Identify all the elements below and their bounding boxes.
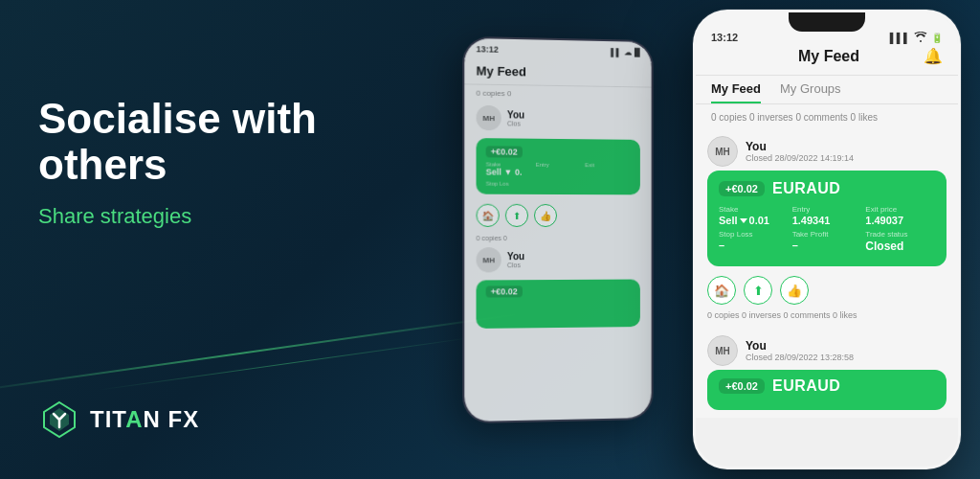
back-action-copy[interactable]: 🏠 (477, 204, 500, 227)
exit-col: Exit price 1.49037 (865, 205, 935, 226)
back-exit-label: Exit (585, 162, 631, 168)
sl-value: – (719, 240, 789, 251)
avatar-1: MH (707, 136, 738, 167)
trade-card-header-1: +€0.02 EURAUD (719, 180, 935, 197)
time: 13:12 (711, 32, 738, 43)
pair-name-1: EURAUD (772, 180, 840, 197)
titan-fx-logo-icon (38, 399, 80, 441)
user-info-1: You Closed 28/09/2022 14:19:14 (746, 140, 854, 163)
back-date: Clos (507, 120, 524, 126)
stake-col: Stake Sell 0.01 (719, 205, 789, 226)
back-sl-label: Stop Los (486, 181, 533, 187)
back-exit-col: Exit (585, 162, 631, 177)
back-action-like[interactable]: 👍 (534, 204, 557, 227)
back-username: You (507, 109, 524, 120)
trade-status-col: Trade status Closed (865, 230, 935, 253)
stake-label: Stake (719, 205, 789, 214)
back-stake-col: Stake Sell ▼ 0. (486, 161, 533, 176)
take-profit-col: Take Profit – (792, 230, 862, 253)
user-date-2: Closed 28/09/2022 13:28:58 (746, 353, 854, 362)
back-avatar2: MH (477, 247, 501, 272)
status-label: Trade status (865, 230, 935, 239)
app-tabs: My Feed My Groups (696, 76, 958, 104)
back-sl-col: Stop Los (486, 181, 533, 187)
back-entry-col: Entry (536, 162, 582, 177)
back-trade-row2: Stop Los (486, 181, 631, 188)
entry-label: Entry (792, 205, 862, 214)
profit-badge-1: +€0.02 (719, 181, 765, 196)
back-action-share[interactable]: ⬆ (505, 204, 528, 227)
app-title: My Feed (734, 48, 924, 65)
back-entry-label: Entry (536, 162, 582, 168)
back-profit-badge2: +€0.02 (486, 285, 523, 297)
phones-container: 13:12 ▌▌☁▉ My Feed 0 copies 0 MH You Clo… (444, 0, 980, 479)
back-user-row2: MH You Clos (464, 243, 651, 277)
direction-value: Sell 0.01 (719, 215, 789, 226)
trade-user-row-2: MH You Closed 28/09/2022 13:28:58 (707, 330, 947, 370)
user-info-2: You Closed 28/09/2022 13:28:58 (746, 339, 854, 362)
logo-container: TITAN FX (38, 399, 199, 441)
tab-my-feed[interactable]: My Feed (711, 81, 761, 103)
signal-icon: ▌▌▌ (890, 33, 910, 43)
trade-card-wrapper-2: MH You Closed 28/09/2022 13:28:58 +€0.02… (696, 330, 958, 418)
battery-icon: 🔋 (931, 33, 943, 43)
action-share-btn[interactable]: ⬆ (744, 276, 772, 305)
phone-front: 13:12 ▌▌▌ 🔋 My Feed 🔔 My Feed My Groups … (693, 10, 961, 469)
phone-notch (789, 12, 865, 32)
back-direction: Sell ▼ 0. (486, 167, 533, 176)
entry-col: Entry 1.49341 (792, 205, 862, 226)
status-icons: ▌▌▌ 🔋 (890, 32, 943, 44)
exit-label: Exit price (865, 205, 935, 214)
back-date2: Clos (507, 262, 524, 268)
subheadline: Share strategies (38, 204, 373, 229)
stop-loss-col: Stop Loss – (719, 230, 789, 253)
action-like-btn[interactable]: 👍 (780, 276, 809, 305)
back-user-row: MH You Clos (464, 102, 651, 136)
trade-details-1: Stake Sell 0.01 Entry 1.49341 (719, 205, 935, 226)
trade-card-2: +€0.02 EURAUD (707, 370, 947, 410)
action-row-1: 🏠 ⬆ 👍 (707, 272, 947, 308)
action-copy-btn[interactable]: 🏠 (707, 276, 736, 305)
back-stats2: 0 copies 0 (464, 233, 651, 243)
exit-value: 1.49037 (865, 215, 935, 226)
back-trade-card2: +€0.02 (477, 280, 640, 329)
sl-label: Stop Loss (719, 230, 789, 239)
bell-icon[interactable]: 🔔 (924, 47, 943, 65)
feed-stats-2: 0 copies 0 inverses 0 comments 0 likes (707, 308, 947, 322)
back-trade-header: +€0.02 (486, 146, 631, 158)
back-username2: You (507, 251, 524, 262)
app-header: My Feed 🔔 (696, 41, 958, 76)
back-header: My Feed (464, 59, 651, 87)
pair-name-2: EURAUD (772, 377, 840, 395)
tp-value: – (792, 240, 862, 251)
trade-user-row-1: MH You Closed 28/09/2022 14:19:14 (707, 130, 947, 171)
back-trade-header2: +€0.02 (486, 285, 631, 298)
back-time: 13:12 (477, 44, 499, 55)
wifi-icon (914, 32, 927, 44)
trade-details-row2: Stop Loss – Take Profit – Trade status C… (719, 230, 935, 253)
user-date-1: Closed 28/09/2022 14:19:14 (746, 153, 854, 163)
phone-back: 13:12 ▌▌☁▉ My Feed 0 copies 0 MH You Clo… (462, 36, 653, 423)
tab-my-groups[interactable]: My Groups (780, 81, 841, 103)
back-status-icons: ▌▌☁▉ (611, 48, 640, 57)
trade-card-wrapper-1: MH You Closed 28/09/2022 14:19:14 +€0.02… (696, 130, 958, 330)
trade-card-header-2: +€0.02 EURAUD (719, 377, 935, 395)
feed-stats-1: 0 copies 0 inverses 0 comments 0 likes (696, 104, 958, 130)
back-avatar: MH (477, 105, 501, 131)
headline: Socialise with others (38, 96, 373, 189)
back-profit-badge: +€0.02 (486, 146, 523, 157)
back-user-info: You Clos (507, 109, 524, 126)
tp-label: Take Profit (792, 230, 862, 239)
username-2: You (746, 339, 854, 353)
entry-value: 1.49341 (792, 215, 862, 226)
back-user-info2: You Clos (507, 251, 524, 268)
sell-arrow (740, 218, 747, 223)
left-panel: Socialise with others Share strategies (38, 96, 373, 286)
back-trade-row: Stake Sell ▼ 0. Entry Exit (486, 161, 631, 177)
avatar-2: MH (707, 335, 738, 366)
status-value: Closed (865, 240, 935, 253)
logo-text: TITAN FX (90, 406, 199, 433)
profit-badge-2: +€0.02 (719, 378, 765, 394)
back-trade-card: +€0.02 Stake Sell ▼ 0. Entry Exit (477, 138, 640, 194)
trade-card-1: +€0.02 EURAUD Stake Sell 0.01 (707, 171, 947, 266)
